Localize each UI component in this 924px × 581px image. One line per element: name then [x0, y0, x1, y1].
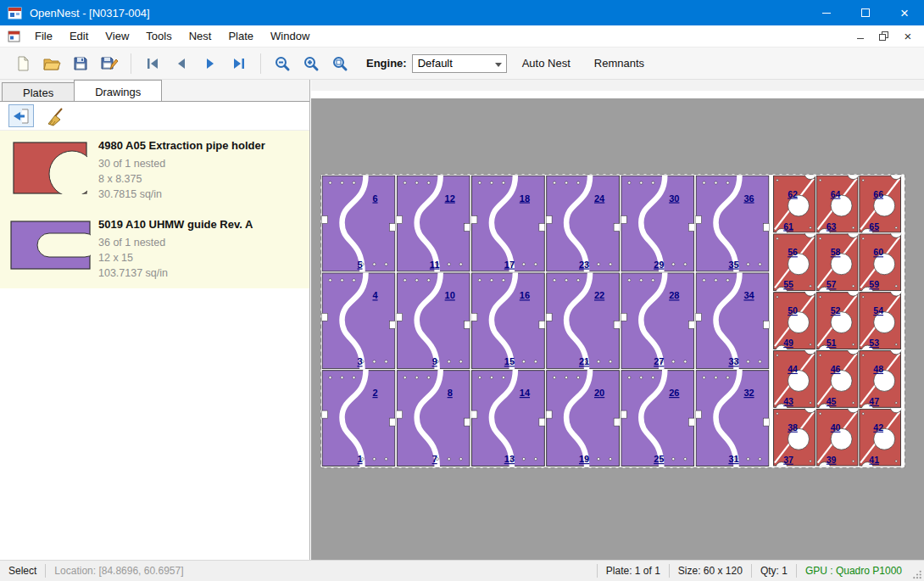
purple-part-pair[interactable]: 3635	[696, 176, 770, 272]
engine-select[interactable]: Default	[412, 54, 507, 73]
drawing-thumbnail	[7, 215, 93, 281]
tab-plates[interactable]: Plates	[2, 82, 75, 101]
purple-part-pair[interactable]: 1615	[471, 272, 545, 369]
last-plate-button[interactable]	[226, 51, 252, 76]
purple-part-pair[interactable]: 43	[322, 272, 396, 369]
purple-part-pair[interactable]: 1413	[471, 370, 545, 466]
main-body: Plates Drawings	[0, 80, 924, 560]
purple-part-pair[interactable]: 87	[397, 370, 470, 466]
purple-part-pair[interactable]: 2827	[621, 272, 694, 369]
svg-text:31: 31	[728, 454, 738, 464]
drawing-item-extraction-pipe-holder[interactable]: 4980 A05 Extraction pipe holder 30 of 1 …	[0, 131, 309, 209]
menu-view[interactable]: View	[97, 26, 137, 46]
purple-part-pair[interactable]: 3029	[621, 176, 694, 272]
zoom-in-button[interactable]	[298, 51, 324, 76]
svg-text:4: 4	[372, 290, 378, 300]
red-part-pair[interactable]: 6059	[860, 226, 902, 299]
svg-text:58: 58	[831, 247, 841, 257]
svg-text:53: 53	[869, 338, 879, 348]
svg-text:14: 14	[520, 388, 531, 398]
previous-arrow-icon	[173, 55, 190, 72]
first-plate-button[interactable]	[140, 51, 165, 76]
svg-text:33: 33	[728, 356, 738, 366]
save-as-button[interactable]	[97, 51, 122, 76]
purple-part-pair[interactable]: 109	[397, 272, 470, 369]
zoom-out-button[interactable]	[270, 51, 295, 76]
app-icon	[8, 5, 23, 20]
svg-text:18: 18	[520, 193, 530, 204]
menu-tools[interactable]: Tools	[137, 26, 180, 46]
svg-text:1: 1	[357, 454, 362, 464]
auto-nest-button[interactable]: Auto Nest	[514, 52, 579, 75]
purple-part-pair[interactable]: 2221	[546, 272, 620, 369]
tab-drawings[interactable]: Drawings	[74, 80, 162, 101]
purple-part-pair[interactable]: 2019	[546, 370, 620, 466]
drawing-item-uhmw-guide[interactable]: 5019 A10 UHMW guide Rev. A 36 of 1 neste…	[0, 209, 309, 288]
svg-text:28: 28	[669, 290, 679, 300]
red-part-pair[interactable]: 5251	[816, 284, 859, 357]
document-window-icon[interactable]	[8, 30, 21, 42]
purple-part-pair[interactable]: 1211	[397, 176, 470, 272]
plate-svg[interactable]: 6512111817242330293635431091615222128273…	[320, 174, 905, 468]
zoom-fit-button[interactable]	[327, 51, 353, 76]
svg-text:59: 59	[869, 279, 879, 289]
mdi-close-button[interactable]: ×	[900, 29, 916, 44]
remnants-button[interactable]: Remnants	[586, 52, 653, 75]
mdi-restore-button[interactable]	[877, 29, 892, 44]
svg-text:66: 66	[873, 189, 883, 199]
svg-text:10: 10	[445, 290, 455, 300]
plate-sheet[interactable]: 6512111817242330293635431091615222128273…	[320, 174, 905, 468]
purple-part-pair[interactable]: 3231	[696, 370, 770, 466]
red-part-pair[interactable]: 5453	[860, 284, 902, 357]
minimize-button[interactable]	[807, 0, 846, 25]
svg-text:22: 22	[594, 290, 604, 300]
nest-canvas[interactable]: 6512111817242330293635431091615222128273…	[311, 80, 924, 560]
svg-text:16: 16	[520, 290, 530, 300]
red-part-pair[interactable]: 4039	[816, 401, 859, 468]
red-part-pair[interactable]: 5857	[816, 226, 859, 299]
svg-text:43: 43	[783, 396, 793, 406]
next-plate-button[interactable]	[198, 51, 223, 76]
drawing-nested-count: 36 of 1 nested	[98, 235, 303, 250]
svg-text:37: 37	[783, 455, 793, 465]
red-part-pair[interactable]: 5049	[774, 284, 816, 357]
menu-file[interactable]: File	[26, 26, 61, 46]
red-part-pair[interactable]: 6261	[774, 174, 816, 241]
close-button[interactable]: ×	[885, 0, 924, 25]
red-part-pair[interactable]: 4847	[860, 343, 902, 416]
red-part-pair[interactable]: 4443	[774, 343, 816, 416]
svg-text:25: 25	[654, 454, 664, 464]
red-part-pair[interactable]: 6665	[860, 174, 902, 241]
purple-part-pair[interactable]: 21	[322, 370, 396, 466]
red-part-pair[interactable]: 4645	[816, 343, 859, 416]
purple-part-pair[interactable]: 2625	[621, 370, 694, 466]
clean-drawings-button[interactable]	[42, 104, 68, 127]
menu-window[interactable]: Window	[262, 26, 318, 46]
previous-plate-button[interactable]	[169, 51, 194, 76]
maximize-button[interactable]	[846, 0, 885, 25]
red-part-pair[interactable]: 5655	[774, 226, 816, 299]
mdi-minimize-button[interactable]	[853, 29, 868, 44]
new-button[interactable]	[10, 51, 36, 76]
import-drawing-button[interactable]	[8, 104, 34, 127]
purple-part-pair[interactable]: 1817	[471, 176, 545, 272]
save-button[interactable]	[68, 51, 93, 76]
resize-grip-icon[interactable]	[910, 561, 924, 581]
zoom-in-icon	[303, 55, 320, 72]
menu-plate[interactable]: Plate	[220, 26, 262, 46]
menu-edit[interactable]: Edit	[61, 26, 97, 46]
first-arrow-icon	[144, 55, 161, 72]
svg-text:7: 7	[432, 454, 437, 464]
red-part-pair[interactable]: 3837	[774, 401, 816, 468]
last-arrow-icon	[231, 55, 248, 72]
open-button[interactable]	[39, 51, 64, 76]
red-part-pair[interactable]: 6463	[816, 174, 859, 241]
purple-part-pair[interactable]: 3433	[696, 272, 770, 369]
purple-part-pair[interactable]: 65	[322, 176, 396, 272]
svg-text:13: 13	[504, 454, 515, 464]
purple-part-pair[interactable]: 2423	[546, 176, 620, 272]
menu-nest[interactable]: Nest	[181, 26, 220, 46]
canvas-margin	[311, 80, 924, 91]
engine-value: Default	[418, 57, 453, 70]
red-part-pair[interactable]: 4241	[860, 401, 902, 468]
